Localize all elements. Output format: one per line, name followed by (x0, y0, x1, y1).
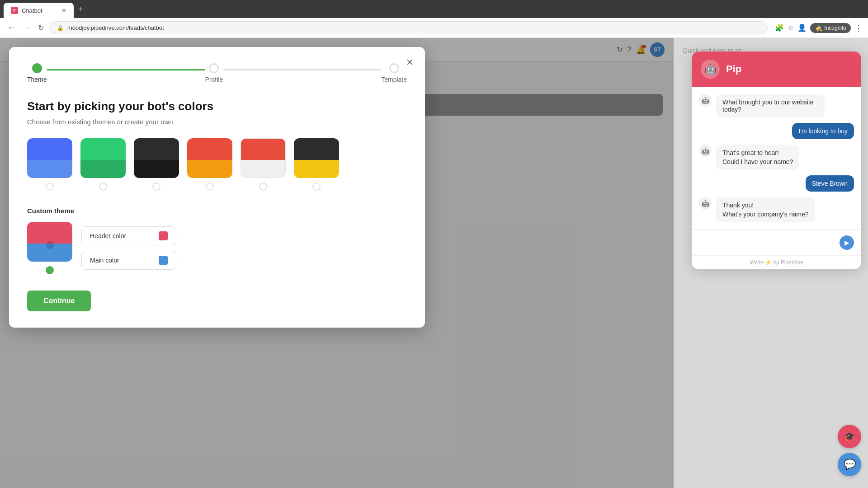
theme-radio-red-orange[interactable] (206, 183, 214, 191)
float-chat-button[interactable]: 💬 (838, 453, 861, 476)
bot-bubble-1: What brought you to our website today? (716, 94, 825, 117)
theme-radio-green[interactable] (99, 183, 107, 191)
chatbot-messages: 🤖 What brought you to our website today?… (692, 87, 861, 230)
step-label-profile: Profile (205, 76, 223, 83)
step-label-theme: Theme (27, 76, 47, 83)
theme-swatch-red-orange[interactable] (187, 138, 232, 191)
color-pickers: Header color Main color (81, 226, 176, 270)
bot-bubble-2: That's great to hear! Could I have your … (716, 145, 799, 170)
bot-text-company: What's your company's name? (722, 211, 809, 218)
bot-text-name: Could I have your name? (722, 158, 793, 165)
step-profile: Profile (205, 63, 223, 83)
step-theme: Theme (27, 63, 47, 83)
theme-radio-red-white[interactable] (259, 183, 267, 191)
step-dot-theme (32, 63, 42, 73)
theme-radio-dark[interactable] (152, 183, 160, 191)
url-bar[interactable]: 🔒 moodjoy.pipedrive.com/leads/chatbot (49, 21, 768, 34)
user-message-1: I'm looking to buy (699, 123, 854, 139)
chatbot-widget: 🤖 Pip 🤖 What brought you to our website … (692, 52, 861, 269)
new-tab-button[interactable]: + (74, 3, 88, 16)
bot-message-3: 🤖 Thank you! What's your company's name? (699, 197, 854, 222)
profile-button[interactable]: 👤 (797, 23, 807, 32)
back-button[interactable]: ← (5, 21, 17, 34)
modal-subtitle: Choose from existing themes or create yo… (27, 118, 407, 126)
reload-button[interactable]: ↻ (36, 22, 46, 34)
tab-title: Chatbot (22, 7, 58, 14)
bot-text-thankyou: Thank you! (722, 202, 809, 209)
lock-icon: 🔒 (57, 25, 64, 31)
bot-bubble-3: Thank you! What's your company's name? (716, 197, 815, 222)
theme-modal: ✕ Theme Profile (9, 47, 425, 328)
main-color-swatch (159, 256, 168, 265)
chatbot-avatar: 🤖 (701, 60, 720, 79)
url-text: moodjoy.pipedrive.com/leads/chatbot (67, 24, 164, 31)
chatbot-name: Pip (726, 63, 741, 75)
bot-message-1: 🤖 What brought you to our website today? (699, 94, 854, 117)
theme-grid (27, 138, 407, 191)
step-dot-profile (209, 63, 219, 73)
browser-tab[interactable]: P Chatbot ✕ (4, 3, 74, 18)
bot-icon-3: 🤖 (699, 197, 712, 210)
bot-message-2: 🤖 That's great to hear! Could I have you… (699, 145, 854, 170)
chatbot-input[interactable] (699, 239, 836, 246)
modal-title: Start by picking your bot's colors (27, 99, 407, 113)
step-line-2 (223, 69, 381, 70)
main-color-picker[interactable]: Main color (81, 251, 176, 270)
theme-radio-dark-yellow[interactable] (312, 183, 321, 191)
theme-swatch-green[interactable] (80, 138, 126, 191)
bot-text-great: That's great to hear! (722, 149, 793, 156)
modal-overlay: ✕ Theme Profile (0, 38, 674, 488)
modal-close-button[interactable]: ✕ (402, 55, 417, 70)
chatbot-input-area: ▶ (692, 230, 861, 255)
menu-button[interactable]: ⋮ (854, 23, 863, 33)
main-color-label: Main color (90, 257, 151, 264)
user-bubble-1: I'm looking to buy (792, 123, 854, 139)
theme-swatch-blue[interactable] (27, 138, 72, 191)
custom-theme-section: Custom theme (27, 207, 407, 274)
theme-swatch-dark[interactable] (134, 138, 179, 191)
chatbot-footer: We're ⚡ by Pipedrive (692, 255, 861, 269)
step-line-1 (47, 69, 205, 70)
user-message-2: Steve Brown (699, 175, 854, 192)
float-badge-button[interactable]: 🎓 (838, 425, 861, 448)
forward-button: → (21, 21, 33, 34)
bot-icon-1: 🤖 (699, 94, 712, 107)
chatbot-header: 🤖 Pip (692, 52, 861, 87)
tab-close-button[interactable]: ✕ (61, 8, 66, 14)
theme-swatch-red-white[interactable] (241, 138, 286, 191)
header-color-swatch (159, 231, 168, 240)
tab-favicon: P (11, 7, 18, 14)
bookmark-button[interactable]: ☆ (788, 23, 794, 32)
step-label-template: Template (381, 76, 407, 83)
header-color-label: Header color (90, 232, 151, 239)
chatbot-avatar-icon: 🤖 (704, 63, 717, 75)
extensions-button[interactable]: 🧩 (775, 23, 784, 32)
custom-theme-label: Custom theme (27, 207, 407, 215)
bot-icon-2: 🤖 (699, 145, 712, 157)
step-template: Template (381, 63, 407, 83)
theme-swatch-dark-yellow[interactable] (294, 138, 339, 191)
incognito-badge: 🕵 Incognito (810, 23, 851, 33)
step-dot-template (389, 63, 399, 73)
chatbot-footer-text: We're ⚡ by Pipedrive (750, 259, 803, 266)
user-bubble-2: Steve Brown (806, 175, 854, 192)
header-color-picker[interactable]: Header color (81, 226, 176, 245)
theme-radio-custom[interactable] (46, 266, 54, 274)
stepper: Theme Profile Template (27, 63, 407, 83)
custom-swatch-preview[interactable] (27, 222, 72, 262)
theme-radio-blue[interactable] (46, 183, 54, 191)
chatbot-send-button[interactable]: ▶ (840, 235, 854, 250)
continue-button[interactable]: Continue (27, 291, 91, 311)
